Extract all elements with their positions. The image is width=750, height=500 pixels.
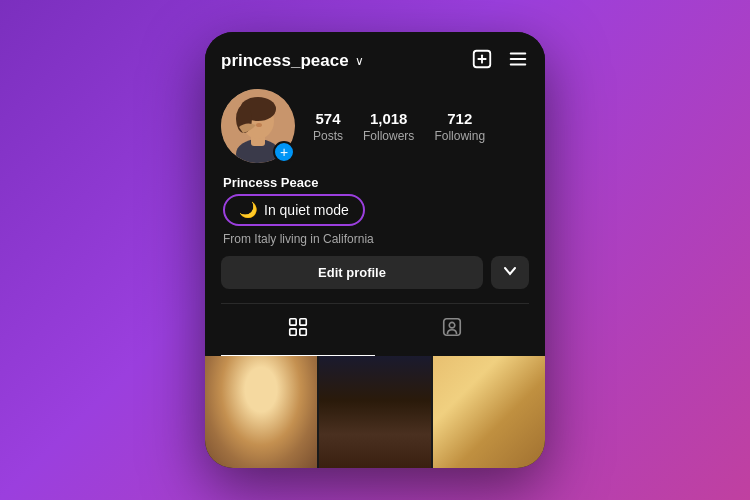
bio-section: Princess Peace 🌙 In quiet mode From Ital… [221, 175, 529, 246]
profile-info: + 574 Posts 1,018 Followers 712 Followin… [221, 89, 529, 163]
following-label: Following [434, 129, 485, 143]
followers-label: Followers [363, 129, 414, 143]
username-row: princess_peace ∨ [221, 51, 364, 71]
svg-rect-15 [290, 329, 296, 335]
display-name: Princess Peace [223, 175, 529, 190]
following-count: 712 [447, 110, 472, 127]
posts-count: 574 [315, 110, 340, 127]
moon-icon: 🌙 [239, 201, 258, 219]
tab-tagged[interactable] [375, 304, 529, 356]
tabs-row [221, 303, 529, 356]
followers-count: 1,018 [370, 110, 408, 127]
grid-thumb-2[interactable] [319, 356, 431, 468]
bio-text: From Italy living in California [223, 232, 529, 246]
grid-preview [205, 356, 545, 468]
edit-profile-button[interactable]: Edit profile [221, 256, 483, 289]
grid-icon [287, 316, 309, 343]
svg-point-12 [256, 123, 262, 127]
profile-dropdown-button[interactable] [491, 256, 529, 289]
posts-stat[interactable]: 574 Posts [313, 110, 343, 143]
posts-label: Posts [313, 129, 343, 143]
top-icons [471, 48, 529, 73]
followers-stat[interactable]: 1,018 Followers [363, 110, 414, 143]
tagged-icon [441, 316, 463, 343]
avatar-wrapper: + [221, 89, 295, 163]
svg-point-18 [449, 322, 455, 328]
username-chevron-icon[interactable]: ∨ [355, 54, 364, 68]
svg-rect-16 [300, 329, 306, 335]
svg-rect-13 [290, 319, 296, 325]
new-post-icon[interactable] [471, 48, 493, 73]
phone-card: princess_peace ∨ [205, 32, 545, 468]
stats-row: 574 Posts 1,018 Followers 712 Following [313, 110, 529, 143]
action-row: Edit profile [221, 256, 529, 289]
tab-grid[interactable] [221, 304, 375, 356]
add-story-button[interactable]: + [273, 141, 295, 163]
following-stat[interactable]: 712 Following [434, 110, 485, 143]
menu-icon[interactable] [507, 48, 529, 73]
svg-rect-14 [300, 319, 306, 325]
username[interactable]: princess_peace [221, 51, 349, 71]
svg-rect-17 [444, 319, 461, 336]
profile-section: princess_peace ∨ [205, 32, 545, 356]
grid-thumb-1[interactable] [205, 356, 317, 468]
quiet-mode-badge[interactable]: 🌙 In quiet mode [223, 194, 365, 226]
quiet-mode-text: In quiet mode [264, 202, 349, 218]
grid-thumb-3[interactable] [433, 356, 545, 468]
top-bar: princess_peace ∨ [221, 48, 529, 73]
